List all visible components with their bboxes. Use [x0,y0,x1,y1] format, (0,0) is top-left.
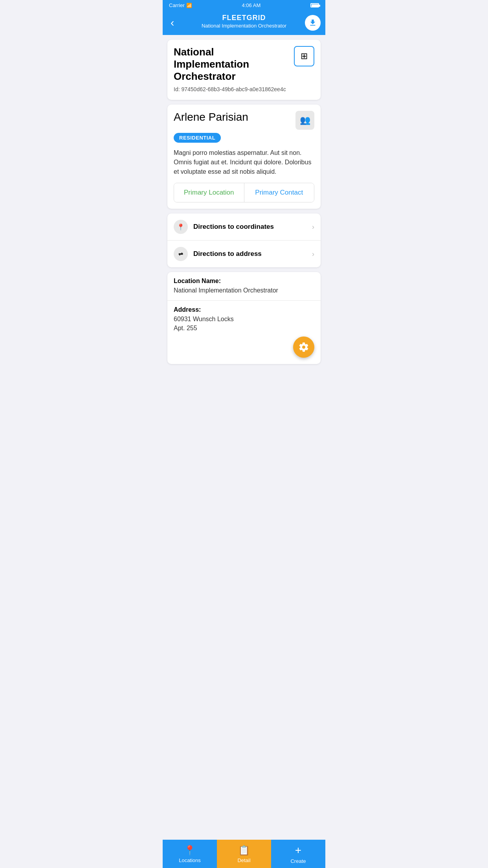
location-details-card: Location Name: National Implementation O… [167,272,321,364]
id-card-text: National Implementation Orchestrator Id:… [174,46,290,94]
directions-card: 📍 Directions to coordinates › ⇌ Directio… [167,213,321,267]
settings-fab[interactable] [293,337,314,358]
id-card: National Implementation Orchestrator Id:… [167,40,321,100]
directions-to-coordinates-label: Directions to coordinates [193,223,312,231]
address-icon: ⇌ [174,247,188,261]
primary-location-button[interactable]: Primary Location [174,183,244,202]
id-card-title: National Implementation Orchestrator [174,46,290,83]
content-area: National Implementation Orchestrator Id:… [163,35,325,395]
directions-to-coordinates-row[interactable]: 📍 Directions to coordinates › [167,213,321,241]
id-card-id: Id: 97450d62-68b3-49b6-abc9-a0e31862ee4c [174,86,290,94]
carrier-info: Carrier 📶 [169,2,192,8]
chevron-right-icon-2: › [312,250,314,258]
primary-contact-button[interactable]: Primary Contact [244,183,314,202]
location-name-value: National Implementation Orchestrator [174,286,314,295]
location-name-row: Location Name: National Implementation O… [167,272,321,301]
download-button[interactable] [305,15,321,31]
gear-icon [298,342,309,353]
header-title: FLEETGRID [182,14,306,22]
chevron-right-icon: › [312,223,314,231]
location-name-label: Location Name: [174,278,314,285]
person-card-header: Arlene Parisian 👥 [174,111,314,130]
person-group-button[interactable]: 👥 [295,111,314,130]
back-button[interactable]: ‹ [167,15,177,31]
qr-code-button[interactable]: ⊞ [294,46,314,66]
residential-badge: RESIDENTIAL [174,133,221,143]
directions-to-address-label: Directions to address [193,250,312,258]
address-value: 60931 Wunsch LocksApt. 255 [174,315,314,333]
person-description: Magni porro molestias aspernatur. Aut si… [174,148,314,177]
time-display: 4:06 AM [242,2,261,8]
download-icon [308,18,317,27]
header: ‹ FLEETGRID National Implementation Orch… [163,11,325,35]
person-card: Arlene Parisian 👥 RESIDENTIAL Magni porr… [167,105,321,209]
carrier-text: Carrier [169,2,185,8]
address-label: Address: [174,306,314,313]
person-name: Arlene Parisian [174,111,248,123]
directions-to-address-row[interactable]: ⇌ Directions to address › [167,241,321,267]
group-icon: 👥 [300,115,310,125]
coordinates-icon: 📍 [174,220,188,234]
action-buttons: Primary Location Primary Contact [174,183,314,202]
status-bar: Carrier 📶 4:06 AM [163,0,325,11]
header-subtitle: National Implementation Orchestrator [182,23,306,29]
qr-icon: ⊞ [301,51,308,61]
wifi-icon: 📶 [186,3,192,8]
address-row: Address: 60931 Wunsch LocksApt. 255 [167,301,321,364]
battery-icon [310,3,319,7]
